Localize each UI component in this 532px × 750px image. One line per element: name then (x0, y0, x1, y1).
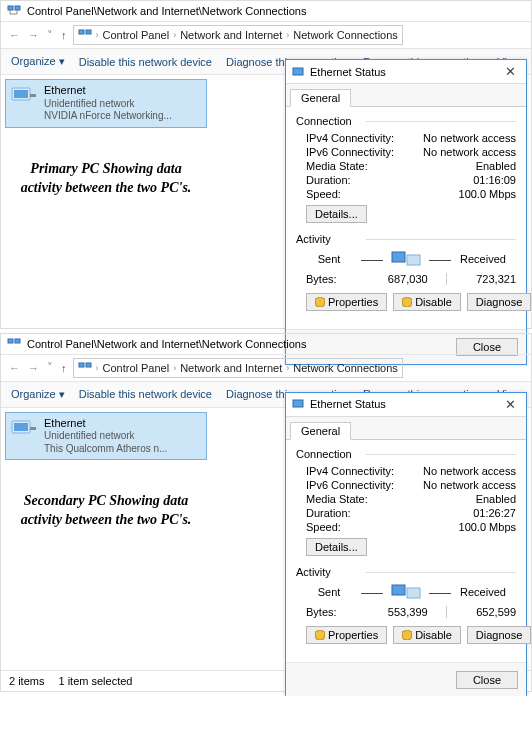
diagnose-button[interactable]: Diagnose (467, 293, 531, 311)
svg-rect-23 (392, 585, 405, 595)
network-connections-icon (7, 337, 21, 351)
chevron-right-icon[interactable]: › (173, 363, 176, 373)
breadcrumb[interactable]: Network and Internet (180, 362, 282, 374)
chevron-right-icon[interactable]: › (96, 30, 99, 40)
svg-rect-22 (293, 400, 303, 407)
chevron-right-icon[interactable]: › (96, 363, 99, 373)
breadcrumb[interactable]: Network and Internet (180, 29, 282, 41)
dialog-title: Ethernet Status (310, 398, 386, 410)
back-button[interactable]: ← (7, 29, 22, 41)
svg-rect-15 (8, 339, 13, 343)
up-button[interactable]: ↑ (59, 29, 69, 41)
bytes-label: Bytes: (306, 273, 376, 285)
breadcrumb[interactable]: Network Connections (293, 29, 398, 41)
divider (446, 273, 447, 285)
explorer-window-secondary: Control Panel\Network and Internet\Netwo… (0, 333, 532, 693)
sent-label: Sent (305, 253, 353, 265)
window-path-title: Control Panel\Network and Internet\Netwo… (1, 1, 531, 21)
properties-button-label: Properties (328, 296, 378, 308)
dialog-tabs: General (286, 84, 526, 107)
details-button[interactable]: Details... (306, 538, 367, 556)
svg-rect-10 (293, 68, 303, 75)
breadcrumb[interactable]: Control Panel (103, 362, 170, 374)
tab-general[interactable]: General (290, 89, 351, 107)
svg-rect-0 (8, 6, 13, 10)
ethernet-adapter-icon (292, 66, 306, 78)
forward-button[interactable]: → (26, 29, 41, 41)
media-state-label: Media State: (306, 160, 416, 172)
svg-rect-18 (86, 363, 91, 367)
svg-rect-21 (30, 427, 36, 430)
disable-button[interactable]: Disable (393, 293, 461, 311)
media-state-value: Enabled (416, 493, 516, 505)
activity-divider: —— (361, 586, 383, 598)
breadcrumb[interactable]: Network Connections (293, 362, 398, 374)
ethernet-status-dialog: Ethernet Status ✕ General Connection IPv… (285, 59, 527, 365)
breadcrumb[interactable]: Control Panel (103, 29, 170, 41)
svg-rect-8 (14, 90, 28, 98)
dialog-tabs: General (286, 417, 526, 440)
details-button[interactable]: Details... (306, 205, 367, 223)
sent-label: Sent (305, 586, 353, 598)
back-button[interactable]: ← (7, 362, 22, 374)
received-label: Received (459, 586, 507, 598)
bytes-label: Bytes: (306, 606, 376, 618)
shield-icon (402, 630, 412, 640)
ipv4-label: IPv4 Connectivity: (306, 132, 416, 144)
close-button[interactable]: Close (456, 671, 518, 689)
svg-rect-12 (407, 255, 420, 265)
svg-marker-14 (402, 297, 412, 307)
adapter-item-ethernet[interactable]: Ethernet Unidentified network This Qualc… (5, 412, 207, 461)
svg-rect-24 (407, 588, 420, 598)
annotation-caption: Secondary PC Showing data activity betwe… (1, 492, 211, 530)
diagnose-button[interactable]: Diagnose (467, 626, 531, 644)
chevron-right-icon[interactable]: › (286, 363, 289, 373)
adapter-driver: NVIDIA nForce Networking... (44, 110, 172, 123)
adapter-name: Ethernet (44, 84, 172, 98)
divider (446, 606, 447, 618)
svg-rect-11 (392, 252, 405, 262)
organize-menu[interactable]: Organize ▾ (11, 55, 65, 68)
disable-device-button[interactable]: Disable this network device (79, 388, 212, 400)
adapter-name: Ethernet (44, 417, 167, 431)
bytes-received-value: 723,321 (453, 273, 517, 285)
ipv4-value: No network access (416, 132, 516, 144)
address-bar[interactable]: › Control Panel › Network and Internet ›… (73, 25, 403, 45)
activity-divider: —— (429, 253, 451, 265)
svg-rect-5 (79, 30, 84, 34)
shield-icon (315, 630, 325, 640)
chevron-right-icon[interactable]: › (173, 30, 176, 40)
forward-button[interactable]: → (26, 362, 41, 374)
address-bar[interactable]: › Control Panel › Network and Internet ›… (73, 358, 403, 378)
activity-divider: —— (361, 253, 383, 265)
adapter-driver: This Qualcomm Atheros n... (44, 443, 167, 456)
up-button[interactable]: ↑ (59, 362, 69, 374)
chevron-right-icon[interactable]: › (286, 30, 289, 40)
connection-section-label: Connection (296, 115, 516, 127)
network-connections-icon (7, 4, 21, 18)
ipv6-label: IPv6 Connectivity: (306, 146, 416, 158)
properties-button[interactable]: Properties (306, 293, 387, 311)
organize-menu[interactable]: Organize ▾ (11, 388, 65, 401)
dialog-titlebar[interactable]: Ethernet Status ✕ (286, 393, 526, 417)
media-state-value: Enabled (416, 160, 516, 172)
recent-dropdown[interactable]: ˅ (45, 361, 55, 374)
network-connections-icon (78, 361, 92, 375)
disable-button-label: Disable (415, 629, 452, 641)
tab-general[interactable]: General (290, 422, 351, 440)
disable-device-button[interactable]: Disable this network device (79, 56, 212, 68)
activity-monitors-icon (391, 249, 421, 269)
ethernet-adapter-icon (292, 398, 306, 410)
close-icon[interactable]: ✕ (501, 64, 520, 79)
dialog-titlebar[interactable]: Ethernet Status ✕ (286, 60, 526, 84)
adapter-item-ethernet[interactable]: Ethernet Unidentified network NVIDIA nFo… (5, 79, 207, 128)
ethernet-adapter-icon (10, 84, 38, 108)
close-icon[interactable]: ✕ (501, 397, 520, 412)
duration-label: Duration: (306, 507, 416, 519)
shield-icon (315, 297, 325, 307)
adapter-status: Unidentified network (44, 98, 172, 111)
duration-label: Duration: (306, 174, 416, 186)
disable-button[interactable]: Disable (393, 626, 461, 644)
recent-dropdown[interactable]: ˅ (45, 29, 55, 42)
properties-button[interactable]: Properties (306, 626, 387, 644)
